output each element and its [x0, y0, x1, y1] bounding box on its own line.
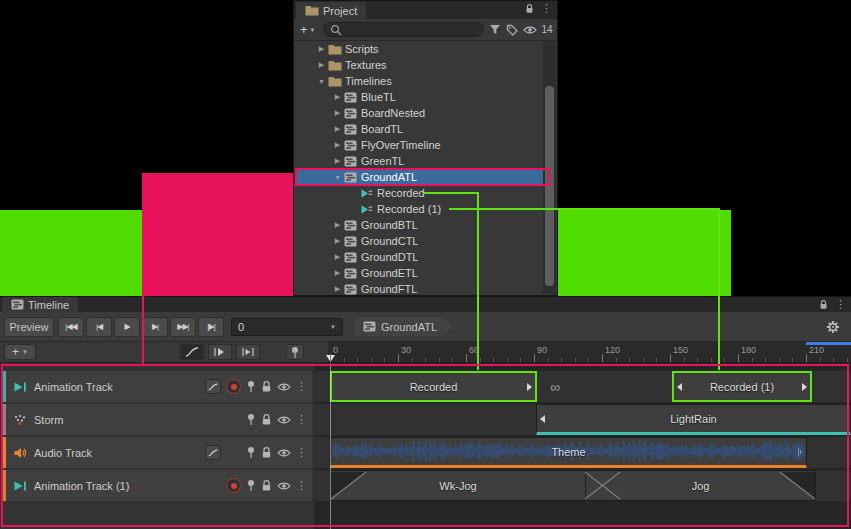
foldout-closed-icon[interactable]: ▶ [331, 109, 344, 117]
search-icon [330, 24, 342, 36]
track-menu-button[interactable]: ⋮ [296, 480, 307, 491]
breadcrumb[interactable]: GroundATL [355, 317, 453, 336]
clip-ease-handle-left[interactable] [540, 415, 545, 423]
pin-toggle-icon[interactable] [246, 479, 256, 492]
edit-mode-mix-button[interactable] [208, 344, 232, 360]
clip-theme[interactable]: Theme [330, 437, 807, 468]
eye-toggle-icon[interactable] [277, 481, 291, 491]
tree-item-groundatl[interactable]: ▼GroundATL [295, 169, 543, 185]
eye-toggle-icon[interactable] [277, 448, 291, 458]
tree-item-bluetl[interactable]: ▶BlueTL [295, 89, 543, 105]
hidden-count: 14 [542, 24, 553, 35]
markers-toggle-button[interactable] [286, 344, 304, 360]
lock-icon[interactable] [525, 3, 534, 14]
foldout-closed-icon[interactable]: ▶ [331, 157, 344, 165]
foldout-closed-icon[interactable]: ▶ [315, 45, 328, 53]
foldout-closed-icon[interactable]: ▶ [331, 221, 344, 229]
add-track-button[interactable]: + ▼ [4, 344, 36, 360]
pin-toggle-icon[interactable] [246, 413, 256, 426]
lock-toggle-icon[interactable] [261, 479, 272, 492]
record-arm-button[interactable] [226, 478, 241, 493]
record-arm-button[interactable] [226, 379, 241, 394]
tree-item-scripts[interactable]: ▶Scripts [295, 41, 543, 57]
tree-item-recorded-1[interactable]: Recorded (1) [295, 201, 543, 217]
chevron-down-icon[interactable]: ▼ [330, 324, 336, 330]
tree-item-boardtl[interactable]: ▶BoardTL [295, 121, 543, 137]
preview-button[interactable]: Preview [4, 317, 54, 337]
track-menu-button[interactable]: ⋮ [296, 381, 307, 392]
goto-start-button[interactable]: |◀◀ [58, 317, 84, 337]
track-menu-button[interactable]: ⋮ [296, 447, 307, 458]
lock-icon[interactable] [819, 299, 828, 310]
curves-toggle-button[interactable] [205, 445, 221, 460]
track-menu-button[interactable]: ⋮ [296, 414, 307, 425]
tree-item-grounddtl[interactable]: ▶GroundDTL [295, 249, 543, 265]
clip-ease-handle-right[interactable] [527, 383, 532, 391]
eye-toggle-icon[interactable] [277, 382, 291, 392]
kebab-menu-icon[interactable]: ⋮ [835, 299, 846, 310]
tree-item-flyovertimeline[interactable]: ▶FlyOverTimeline [295, 137, 543, 153]
search-input[interactable] [345, 24, 477, 35]
search-by-label-icon[interactable] [506, 24, 518, 36]
foldout-closed-icon[interactable]: ▶ [331, 93, 344, 101]
foldout-closed-icon[interactable]: ▶ [331, 141, 344, 149]
eye-toggle-icon[interactable] [277, 415, 291, 425]
tab-project[interactable]: Project [296, 2, 366, 19]
tree-item-boardnested[interactable]: ▶BoardNested [295, 105, 543, 121]
clip-recorded-1[interactable]: Recorded (1) [672, 371, 812, 402]
lock-toggle-icon[interactable] [261, 446, 272, 459]
next-frame-button[interactable]: ▶| [142, 317, 168, 337]
foldout-open-icon[interactable]: ▼ [315, 78, 328, 85]
foldout-closed-icon[interactable]: ▶ [331, 285, 344, 293]
visibility-icon[interactable] [523, 25, 537, 35]
search-by-type-icon[interactable] [489, 24, 501, 35]
lock-toggle-icon[interactable] [261, 380, 272, 393]
annotation-magenta-block [142, 173, 293, 296]
frame-field[interactable]: 0 ▼ [231, 318, 343, 336]
clip-recorded[interactable]: Recorded [330, 371, 537, 402]
search-box[interactable] [323, 22, 484, 37]
clip-ease-handle-right[interactable] [802, 383, 807, 391]
track-header-animation-track-1[interactable]: Animation Track (1)⋮ [2, 470, 312, 501]
tree-item-groundftl[interactable]: ▶GroundFTL [295, 281, 543, 295]
clip-ease-handle-left[interactable] [677, 383, 682, 391]
play-button[interactable]: ▶ [114, 317, 140, 337]
goto-end-button[interactable]: ▶▶| [170, 317, 196, 337]
tree-item-groundctl[interactable]: ▶GroundCTL [295, 233, 543, 249]
track-header-audio-track[interactable]: Audio Track⋮ [2, 437, 312, 468]
foldout-closed-icon[interactable]: ▶ [315, 61, 328, 69]
tree-item-groundbtl[interactable]: ▶GroundBTL [295, 217, 543, 233]
tree-item-timelines[interactable]: ▼Timelines [295, 73, 543, 89]
kebab-menu-icon[interactable]: ⋮ [541, 3, 552, 14]
curves-toggle-button[interactable] [205, 379, 221, 394]
clip-lightrain[interactable]: LightRain [536, 404, 851, 435]
curves-view-button[interactable] [180, 344, 204, 360]
track-header-storm[interactable]: Storm⋮ [2, 404, 312, 435]
ruler-minor-tick [765, 358, 766, 362]
gear-icon[interactable] [826, 320, 840, 334]
tree-item-greentl[interactable]: ▶GreenTL [295, 153, 543, 169]
ruler-label: 180 [741, 345, 756, 355]
pin-toggle-icon[interactable] [246, 446, 256, 459]
tree-item-recorded[interactable]: Recorded [295, 185, 543, 201]
tab-timeline[interactable]: Timeline [2, 297, 78, 312]
tree-item-textures[interactable]: ▶Textures [295, 57, 543, 73]
previous-frame-button[interactable]: |◀ [86, 317, 112, 337]
foldout-open-icon[interactable]: ▼ [331, 174, 344, 181]
animation-track-icon [13, 381, 29, 393]
ruler-label: 150 [673, 345, 688, 355]
edit-mode-ripple-button[interactable] [236, 344, 260, 360]
foldout-closed-icon[interactable]: ▶ [331, 253, 344, 261]
lock-toggle-icon[interactable] [261, 413, 272, 426]
scrollbar[interactable] [543, 41, 556, 294]
create-asset-button[interactable]: + ▼ [298, 22, 318, 38]
play-range-button[interactable]: [▶] [198, 317, 224, 337]
scrollbar-thumb[interactable] [545, 86, 554, 286]
foldout-closed-icon[interactable]: ▶ [331, 237, 344, 245]
track-header-animation-track[interactable]: Animation Track⋮ [2, 371, 312, 402]
pin-toggle-icon[interactable] [246, 380, 256, 393]
timeline-ruler[interactable]: 0306090120150180210 [328, 342, 851, 363]
foldout-closed-icon[interactable]: ▶ [331, 269, 344, 277]
foldout-closed-icon[interactable]: ▶ [331, 125, 344, 133]
tree-item-groundetl[interactable]: ▶GroundETL [295, 265, 543, 281]
